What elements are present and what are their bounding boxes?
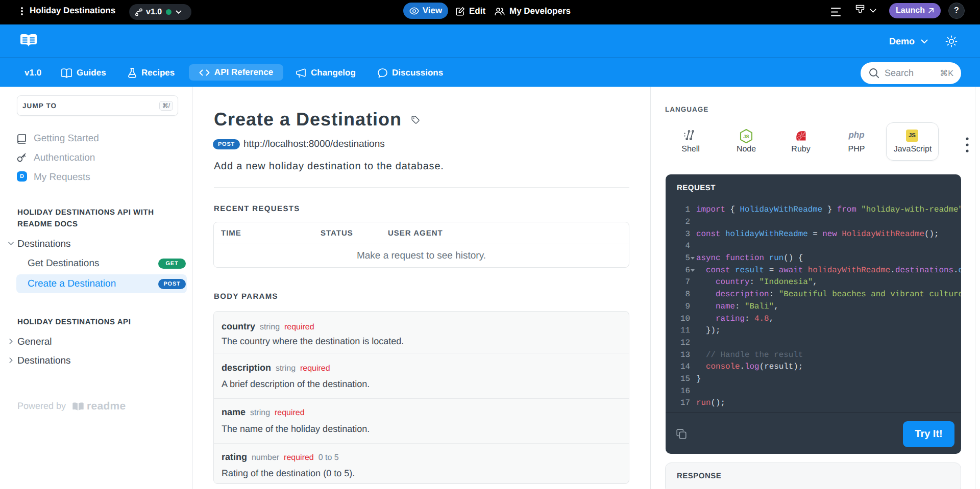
svg-text:JS: JS [743,134,749,140]
